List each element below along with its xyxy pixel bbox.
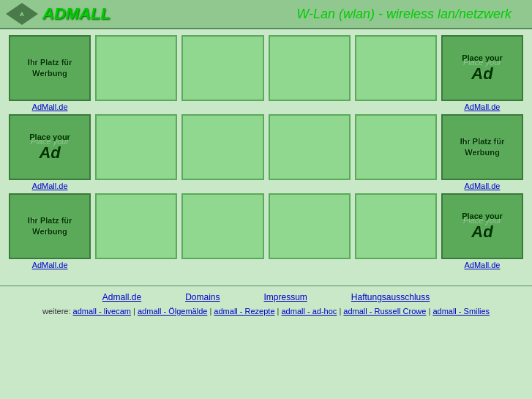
footer-more-label: weitere: — [42, 307, 71, 316]
footer-more: weitere: admall - livecam | admall - Ölg… — [9, 307, 523, 316]
ad-box-empty[interactable] — [355, 193, 437, 259]
footer-more-link-0[interactable]: admall - livecam — [73, 307, 131, 316]
footer: Admall.de Domains Impressum Haftungsauss… — [0, 286, 532, 318]
ad-box-empty[interactable] — [269, 114, 351, 180]
ad-cell — [355, 193, 437, 269]
footer-more-link-4[interactable]: admall - Russell Crowe — [343, 307, 426, 316]
ad-cell — [95, 114, 177, 190]
footer-more-link-5[interactable]: admall - Smilies — [432, 307, 490, 316]
ad-cell: Place yourAd Place your Ad AdMall.de — [9, 114, 91, 190]
logo-icon: A — [6, 3, 38, 25]
footer-more-link-2[interactable]: admall - Rezepte — [214, 307, 274, 316]
ad-cell — [269, 193, 351, 269]
ad-link[interactable]: AdMall.de — [32, 182, 68, 190]
ad-box-empty[interactable] — [269, 35, 351, 101]
ad-box-empty[interactable] — [95, 193, 177, 259]
footer-link-impressum[interactable]: Impressum — [264, 292, 307, 302]
footer-link-domains[interactable]: Domains — [185, 292, 220, 302]
ad-place-text: Place your — [462, 53, 503, 64]
ad-link[interactable]: AdMall.de — [464, 261, 500, 269]
header: A ADMALL W-Lan (wlan) - wireless lan/net… — [0, 0, 532, 29]
ad-cell: Ihr Platz fürWerbung Ihr Platz fürWerbun… — [441, 114, 523, 190]
ad-cell — [355, 35, 437, 111]
ad-cell — [181, 114, 263, 190]
ad-big-text: Ad — [471, 223, 492, 242]
ad-box-empty[interactable] — [181, 193, 263, 259]
ad-place-text: Place your — [29, 132, 70, 143]
ad-link[interactable]: AdMall.de — [32, 102, 68, 111]
ad-cell: Ihr Platz fürWerbung Ihr Platz fürWerbun… — [9, 193, 91, 269]
ad-box-empty[interactable] — [355, 114, 437, 180]
ad-cell — [181, 35, 263, 111]
ad-cell — [355, 114, 437, 190]
footer-main-links: Admall.de Domains Impressum Haftungsauss… — [9, 292, 523, 302]
footer-more-link-3[interactable]: admall - ad-hoc — [282, 307, 337, 316]
ad-cell — [269, 114, 351, 190]
ad-box-empty[interactable] — [95, 35, 177, 101]
footer-link-haftung[interactable]: Haftungsausschluss — [351, 292, 430, 302]
ad-link[interactable]: AdMall.de — [32, 261, 68, 269]
ad-big-text: Ad — [39, 143, 60, 163]
ad-cell: Ihr Platz fürWerbung Ihr Platz fürWerbun… — [9, 35, 91, 111]
ad-box-special[interactable]: Ihr Platz fürWerbung Ihr Platz fürWerbun… — [9, 193, 91, 259]
header-title: W-Lan (wlan) - wireless lan/netzwerk — [296, 7, 512, 22]
ad-place-text: Place your — [462, 211, 503, 222]
ad-box-empty[interactable] — [355, 35, 437, 101]
logo-container: A ADMALL — [6, 3, 110, 25]
ad-cell — [95, 35, 177, 111]
ad-box-empty[interactable] — [181, 114, 263, 180]
ad-row-3: Ihr Platz fürWerbung Ihr Platz fürWerbun… — [9, 193, 523, 269]
ad-box-empty[interactable] — [95, 114, 177, 180]
ad-row-2: Place yourAd Place your Ad AdMall.de Ihr… — [9, 114, 523, 190]
ad-cell — [181, 193, 263, 269]
ad-row-1: Ihr Platz fürWerbung Ihr Platz fürWerbun… — [9, 35, 523, 111]
ad-link[interactable]: AdMall.de — [464, 102, 500, 111]
main-content: Ihr Platz fürWerbung Ihr Platz fürWerbun… — [0, 29, 532, 278]
ad-main-text: Ihr Platz fürWerbung — [28, 215, 72, 238]
ad-box-place-ad[interactable]: Place yourAd Place your Ad — [9, 114, 91, 180]
logo-text: ADMALL — [42, 4, 110, 23]
ad-box-empty[interactable] — [181, 35, 263, 101]
ad-cell — [95, 193, 177, 269]
ad-box-special[interactable]: Ihr Platz fürWerbung Ihr Platz fürWerbun… — [441, 114, 523, 180]
ad-cell: Place yourAd Place your Ad AdMall.de — [441, 35, 523, 111]
ad-box-place-ad[interactable]: Place yourAd Place your Ad — [441, 193, 523, 259]
ad-cell — [269, 35, 351, 111]
ad-link[interactable]: AdMall.de — [464, 182, 500, 190]
ad-main-text: Ihr Platz fürWerbung — [28, 57, 72, 80]
ad-box-special[interactable]: Ihr Platz fürWerbung Ihr Platz fürWerbun… — [9, 35, 91, 101]
ad-box-empty[interactable] — [269, 193, 351, 259]
ad-big-text: Ad — [471, 64, 492, 83]
ad-box-place-ad[interactable]: Place yourAd Place your Ad — [441, 35, 523, 101]
ad-main-text: Ihr Platz fürWerbung — [460, 136, 505, 159]
ad-cell: Place yourAd Place your Ad AdMall.de — [441, 193, 523, 269]
footer-link-admall[interactable]: Admall.de — [102, 292, 141, 302]
footer-more-link-1[interactable]: admall - Ölgemälde — [138, 307, 207, 316]
